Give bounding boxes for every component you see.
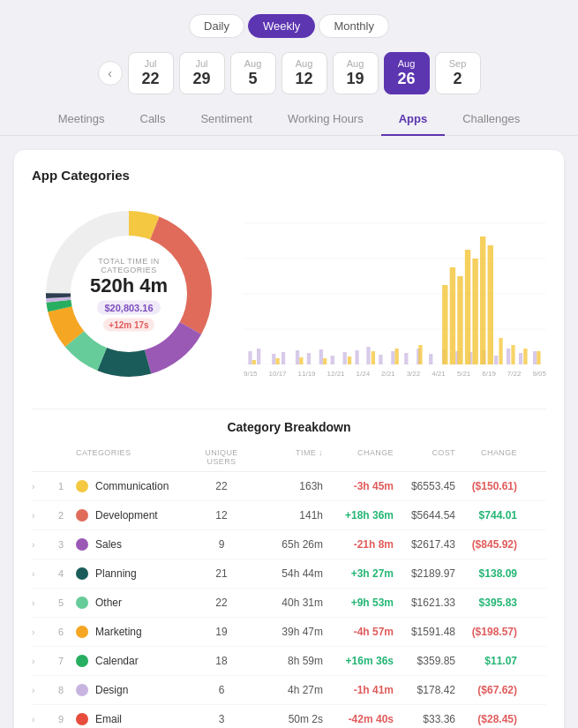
table-row: › 8 Design 6 4h 27m -1h 41m $178.42 ($67… [32,676,546,705]
tab-bar: MeetingsCallsSentimentWorking HoursAppsC… [0,103,578,136]
date-item-Jul29[interactable]: Jul29 [179,52,225,94]
row-cost: $6553.45 [394,480,455,492]
app-categories-card: App Categories [14,150,564,728]
row-time-change: +9h 53m [323,597,394,609]
prev-date-button[interactable]: ‹ [98,61,123,86]
row-expand-arrow[interactable]: › [32,657,58,666]
row-time: 65h 26m [252,538,323,551]
row-cost: $1591.48 [394,626,455,638]
svg-rect-18 [281,352,285,364]
th-cost-change: CHANGE [455,448,517,466]
tab-apps[interactable]: Apps [381,103,446,136]
svg-rect-50 [465,250,470,364]
row-category-name: Email [95,713,122,725]
row-users: 18 [191,655,252,667]
donut-time: 520h 4m [80,274,177,297]
donut-label: TOTAL TIME IN CATEGORIES [80,257,177,274]
row-cost-change: ($28.45) [455,713,517,725]
row-users: 22 [191,597,252,609]
period-btn-monthly[interactable]: Monthly [319,14,389,38]
row-cost-change: ($150.61) [455,480,517,492]
row-time-change: -42m 40s [323,713,394,725]
row-cost: $2617.43 [394,538,455,551]
period-btn-daily[interactable]: Daily [189,14,244,38]
row-expand-arrow[interactable]: › [32,482,58,492]
row-cost: $1621.33 [394,597,455,609]
row-time: 141h [252,509,323,522]
section-divider [32,409,546,409]
row-expand-arrow[interactable]: › [32,540,58,550]
row-expand-arrow[interactable]: › [32,627,58,637]
row-expand-arrow[interactable]: › [32,598,58,608]
table-row: › 6 Marketing 19 39h 47m -4h 57m $1591.4… [32,618,546,647]
svg-rect-42 [323,358,327,364]
row-users: 3 [191,713,252,725]
row-cost-change: $744.01 [455,509,517,522]
row-cost-change: ($845.92) [455,538,517,551]
table-row: › 3 Sales 9 65h 26m -21h 8m $2617.43 ($8… [32,530,546,559]
svg-rect-23 [343,352,347,364]
row-time-change: +18h 36m [323,509,394,522]
svg-rect-39 [252,360,256,364]
row-time: 39h 47m [252,626,323,638]
date-item-Aug5[interactable]: Aug5 [230,52,276,94]
table-row: › 1 Communication 22 163h -3h 45m $6553.… [32,472,546,501]
tab-calls[interactable]: Calls [123,103,184,136]
donut-cost: $20,803.16 [97,301,160,315]
row-time: 50m 2s [252,713,323,725]
tab-working-hours[interactable]: Working Hours [270,103,381,136]
row-expand-arrow[interactable]: › [32,511,58,521]
date-item-Sep2[interactable]: Sep2 [435,52,481,94]
tab-challenges[interactable]: Challenges [445,103,537,136]
donut-change: +12m 17s [103,319,154,332]
svg-rect-25 [366,347,370,364]
bar-chart-x-labels: 9/1510/1711/1912/21 1/242/213/224/21 5/2… [244,368,546,378]
row-expand-arrow[interactable]: › [32,715,58,724]
row-users: 9 [191,538,252,551]
row-time: 4h 27m [252,684,323,696]
row-cost-change: ($198.57) [455,626,517,638]
row-num: 8 [58,685,76,695]
svg-rect-16 [257,349,260,364]
row-name: Sales [76,538,191,551]
date-item-Aug26[interactable]: Aug26 [384,52,430,94]
th-expand [32,448,58,466]
svg-rect-47 [442,285,447,364]
row-name: Email [76,713,191,725]
row-time-change: -4h 57m [323,626,394,638]
th-categories: CATEGORIES [76,448,191,466]
svg-rect-35 [494,356,498,364]
row-expand-arrow[interactable]: › [32,569,58,579]
row-category-name: Other [95,597,122,609]
row-color-dot [76,713,88,725]
tab-meetings[interactable]: Meetings [41,103,123,136]
period-btn-weekly[interactable]: Weekly [248,14,315,38]
row-num: 6 [58,627,76,637]
row-category-name: Design [95,684,128,696]
row-color-dot [76,597,88,609]
svg-rect-27 [391,351,394,364]
row-color-dot [76,626,88,638]
row-category-name: Sales [95,538,122,551]
row-name: Calendar [76,655,191,667]
card-title: App Categories [32,168,546,183]
bar-chart: 9/1510/1711/1912/21 1/242/213/224/21 5/2… [244,197,546,391]
th-num [58,448,76,466]
row-num: 4 [58,568,76,579]
date-item-Aug12[interactable]: Aug12 [281,52,327,94]
row-expand-arrow[interactable]: › [32,686,58,695]
row-users: 19 [191,626,252,638]
svg-rect-55 [511,345,514,364]
date-item-Jul22[interactable]: Jul22 [128,52,174,94]
svg-rect-26 [379,355,382,364]
svg-rect-24 [355,350,358,364]
row-num: 7 [58,656,76,666]
row-time: 40h 31m [252,597,323,609]
row-category-name: Calendar [95,655,139,667]
row-cost: $2189.97 [394,567,455,580]
row-name: Marketing [76,626,191,638]
tab-sentiment[interactable]: Sentiment [183,103,270,136]
row-time: 54h 44m [252,567,323,580]
table-row: › 4 Planning 21 54h 44m +3h 27m $2189.97… [32,559,546,589]
date-item-Aug19[interactable]: Aug19 [333,52,379,94]
